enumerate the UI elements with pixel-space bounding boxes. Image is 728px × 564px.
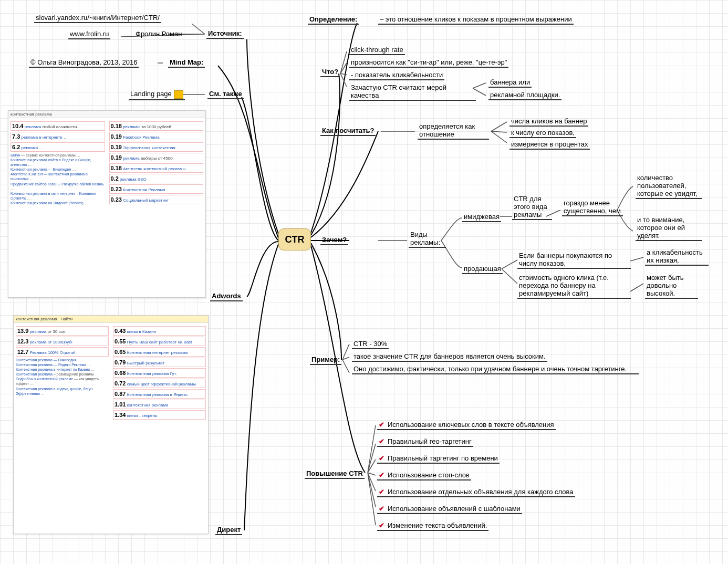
howto-lead: определяется как отношение	[418, 122, 489, 140]
why-kinds: Виды рекламы:	[409, 230, 446, 248]
why-image-cons-1: и то внимание, которое они ей уделят.	[636, 215, 702, 241]
branch-improve: Повышение CTR	[305, 469, 365, 479]
why-image-ctr: CTR для этого вида рекламы	[512, 194, 552, 220]
center-node: CTR	[278, 228, 311, 250]
what-item-1: произносится как "си-ти-ар" или, реже, "…	[349, 58, 508, 68]
branch-howto: Как посчитать?	[320, 126, 376, 136]
branch-definition: Определение:	[308, 15, 359, 25]
improve-3: ✔Использование стоп-слов	[377, 471, 471, 481]
why-sell-ifbuy: Если баннеры покупаются по числу показов…	[517, 251, 631, 269]
what-item-0: click-through rate	[349, 45, 405, 55]
what-item-2: - показатель кликабельности	[349, 70, 444, 80]
howto-item-1: к числу его показов,	[509, 128, 576, 138]
why-sell-low: а кликабельность их низкая,	[645, 248, 709, 266]
improve-2: ✔Правильный таргетинг по времени	[377, 454, 500, 464]
check-icon: ✔	[379, 505, 384, 513]
why-sell-name: продающая	[462, 264, 503, 274]
check-icon: ✔	[379, 421, 384, 429]
improve-4: ✔Использование отдельных объявления для …	[377, 487, 575, 497]
why-image-cons-0: количество пользователей, которые ее уви…	[636, 173, 702, 199]
why-image-less: гораздо менее существенно, чем	[562, 199, 623, 216]
source-site[interactable]: www.frolin.ru	[68, 29, 110, 39]
branch-why: Зачем?	[320, 235, 348, 245]
improve-1: ✔Правильный гео-таргетинг	[377, 437, 473, 447]
branch-source: Источник:	[206, 29, 244, 39]
improve-6: ✔Изменение текста объявлений.	[377, 521, 488, 531]
what-quality-sub-0: баннера или	[488, 78, 532, 88]
check-icon: ✔	[379, 488, 384, 496]
branch-primer: Пример:	[310, 355, 341, 365]
source-author: Фролин Роман	[134, 29, 183, 38]
check-icon: ✔	[379, 471, 384, 479]
branch-what: Что?	[320, 67, 340, 77]
improve-0: ✔Использование ключевых слов в тексте об…	[377, 420, 556, 430]
primer-1: такое значение CTR для баннеров является…	[352, 352, 547, 362]
howto-item-2: измеряется в процентах	[509, 140, 590, 150]
landing-page-icon	[174, 90, 183, 99]
direct-screenshot: контекстная реклама Найти 13.9 реклама о…	[13, 315, 209, 534]
search-term: контекстная реклама	[11, 112, 52, 117]
why-sell-cost: стоимость одного клика (т.е. перехода по…	[517, 273, 631, 299]
improve-5: ✔Использование объявлений с шаблонами	[377, 504, 522, 514]
branch-seealso: См. также	[207, 89, 244, 99]
howto-item-0: числа кликов на баннер	[509, 117, 588, 127]
check-icon: ✔	[379, 454, 384, 462]
branch-direct: Директ	[215, 525, 242, 535]
seealso-item[interactable]: Landing page	[129, 89, 185, 100]
what-quality: Зачастую CTR считают мерой качества	[349, 83, 476, 101]
branch-mindmap: Mind Map:	[168, 58, 205, 68]
check-icon: ✔	[379, 437, 384, 445]
check-icon: ✔	[379, 521, 384, 529]
primer-2: Оно достижимо, фактически, только при уд…	[352, 364, 639, 374]
primer-0: CTR - 30%	[352, 339, 389, 349]
what-quality-sub-1: рекламной площадки.	[488, 90, 561, 100]
definition-text: – это отношение кликов к показам в проце…	[378, 15, 574, 25]
why-image-name: имиджевая	[462, 212, 501, 222]
why-sell-high: может быть довольно высокой.	[645, 273, 698, 299]
source-url[interactable]: slovari.yandex.ru/~книги/Интернет/CTR/	[34, 13, 161, 23]
branch-adwords: Adwords	[210, 291, 243, 301]
mindmap-credit: © Ольга Виноградова, 2013, 2016	[29, 58, 139, 68]
seealso-item-text: Landing page	[130, 90, 172, 98]
adwords-screenshot: контекстная реклама 10.4 реклама любой с…	[8, 110, 206, 298]
